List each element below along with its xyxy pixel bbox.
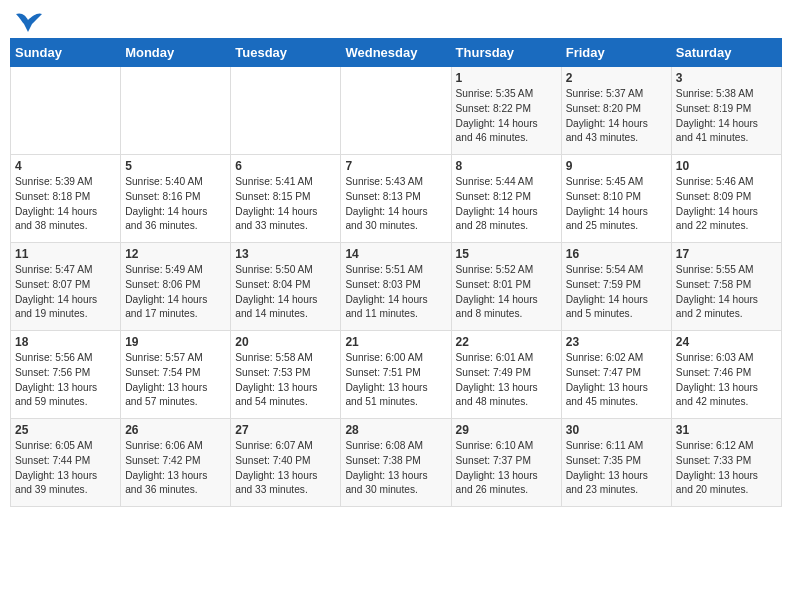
cell-info: Sunrise: 5:47 AM Sunset: 8:07 PM Dayligh… <box>15 263 116 322</box>
cell-date: 18 <box>15 335 116 349</box>
cell-date: 31 <box>676 423 777 437</box>
cell-date: 30 <box>566 423 667 437</box>
calendar-cell: 12Sunrise: 5:49 AM Sunset: 8:06 PM Dayli… <box>121 243 231 331</box>
calendar-cell: 29Sunrise: 6:10 AM Sunset: 7:37 PM Dayli… <box>451 419 561 507</box>
cell-date: 4 <box>15 159 116 173</box>
cell-date: 8 <box>456 159 557 173</box>
calendar-cell <box>121 67 231 155</box>
cell-info: Sunrise: 5:51 AM Sunset: 8:03 PM Dayligh… <box>345 263 446 322</box>
cell-info: Sunrise: 5:40 AM Sunset: 8:16 PM Dayligh… <box>125 175 226 234</box>
cell-date: 1 <box>456 71 557 85</box>
cell-date: 21 <box>345 335 446 349</box>
cell-info: Sunrise: 5:49 AM Sunset: 8:06 PM Dayligh… <box>125 263 226 322</box>
cell-info: Sunrise: 5:50 AM Sunset: 8:04 PM Dayligh… <box>235 263 336 322</box>
cell-date: 7 <box>345 159 446 173</box>
cell-info: Sunrise: 5:58 AM Sunset: 7:53 PM Dayligh… <box>235 351 336 410</box>
calendar-cell <box>231 67 341 155</box>
cell-info: Sunrise: 5:35 AM Sunset: 8:22 PM Dayligh… <box>456 87 557 146</box>
cell-date: 24 <box>676 335 777 349</box>
calendar-cell: 24Sunrise: 6:03 AM Sunset: 7:46 PM Dayli… <box>671 331 781 419</box>
week-row-5: 25Sunrise: 6:05 AM Sunset: 7:44 PM Dayli… <box>11 419 782 507</box>
cell-info: Sunrise: 6:08 AM Sunset: 7:38 PM Dayligh… <box>345 439 446 498</box>
calendar-cell: 10Sunrise: 5:46 AM Sunset: 8:09 PM Dayli… <box>671 155 781 243</box>
calendar-cell: 2Sunrise: 5:37 AM Sunset: 8:20 PM Daylig… <box>561 67 671 155</box>
calendar-cell: 25Sunrise: 6:05 AM Sunset: 7:44 PM Dayli… <box>11 419 121 507</box>
cell-date: 13 <box>235 247 336 261</box>
day-header-friday: Friday <box>561 39 671 67</box>
day-header-sunday: Sunday <box>11 39 121 67</box>
calendar-cell: 30Sunrise: 6:11 AM Sunset: 7:35 PM Dayli… <box>561 419 671 507</box>
week-row-3: 11Sunrise: 5:47 AM Sunset: 8:07 PM Dayli… <box>11 243 782 331</box>
cell-info: Sunrise: 5:37 AM Sunset: 8:20 PM Dayligh… <box>566 87 667 146</box>
cell-date: 11 <box>15 247 116 261</box>
cell-info: Sunrise: 6:02 AM Sunset: 7:47 PM Dayligh… <box>566 351 667 410</box>
week-row-1: 1Sunrise: 5:35 AM Sunset: 8:22 PM Daylig… <box>11 67 782 155</box>
cell-info: Sunrise: 6:10 AM Sunset: 7:37 PM Dayligh… <box>456 439 557 498</box>
calendar-cell: 27Sunrise: 6:07 AM Sunset: 7:40 PM Dayli… <box>231 419 341 507</box>
calendar-cell: 8Sunrise: 5:44 AM Sunset: 8:12 PM Daylig… <box>451 155 561 243</box>
cell-info: Sunrise: 6:06 AM Sunset: 7:42 PM Dayligh… <box>125 439 226 498</box>
cell-date: 29 <box>456 423 557 437</box>
calendar-cell: 20Sunrise: 5:58 AM Sunset: 7:53 PM Dayli… <box>231 331 341 419</box>
week-row-4: 18Sunrise: 5:56 AM Sunset: 7:56 PM Dayli… <box>11 331 782 419</box>
calendar-cell: 21Sunrise: 6:00 AM Sunset: 7:51 PM Dayli… <box>341 331 451 419</box>
cell-info: Sunrise: 5:44 AM Sunset: 8:12 PM Dayligh… <box>456 175 557 234</box>
cell-info: Sunrise: 6:07 AM Sunset: 7:40 PM Dayligh… <box>235 439 336 498</box>
day-header-wednesday: Wednesday <box>341 39 451 67</box>
calendar-cell: 22Sunrise: 6:01 AM Sunset: 7:49 PM Dayli… <box>451 331 561 419</box>
cell-date: 22 <box>456 335 557 349</box>
cell-info: Sunrise: 6:03 AM Sunset: 7:46 PM Dayligh… <box>676 351 777 410</box>
cell-info: Sunrise: 5:46 AM Sunset: 8:09 PM Dayligh… <box>676 175 777 234</box>
cell-date: 27 <box>235 423 336 437</box>
cell-date: 25 <box>15 423 116 437</box>
cell-date: 20 <box>235 335 336 349</box>
calendar-cell: 6Sunrise: 5:41 AM Sunset: 8:15 PM Daylig… <box>231 155 341 243</box>
logo <box>10 10 42 32</box>
cell-info: Sunrise: 6:12 AM Sunset: 7:33 PM Dayligh… <box>676 439 777 498</box>
calendar-cell: 15Sunrise: 5:52 AM Sunset: 8:01 PM Dayli… <box>451 243 561 331</box>
cell-date: 26 <box>125 423 226 437</box>
cell-date: 2 <box>566 71 667 85</box>
cell-date: 16 <box>566 247 667 261</box>
calendar-cell <box>341 67 451 155</box>
cell-info: Sunrise: 6:05 AM Sunset: 7:44 PM Dayligh… <box>15 439 116 498</box>
week-row-2: 4Sunrise: 5:39 AM Sunset: 8:18 PM Daylig… <box>11 155 782 243</box>
cell-date: 10 <box>676 159 777 173</box>
calendar-cell: 9Sunrise: 5:45 AM Sunset: 8:10 PM Daylig… <box>561 155 671 243</box>
calendar-cell: 4Sunrise: 5:39 AM Sunset: 8:18 PM Daylig… <box>11 155 121 243</box>
calendar-cell: 18Sunrise: 5:56 AM Sunset: 7:56 PM Dayli… <box>11 331 121 419</box>
calendar-cell: 5Sunrise: 5:40 AM Sunset: 8:16 PM Daylig… <box>121 155 231 243</box>
cell-info: Sunrise: 6:11 AM Sunset: 7:35 PM Dayligh… <box>566 439 667 498</box>
cell-info: Sunrise: 5:52 AM Sunset: 8:01 PM Dayligh… <box>456 263 557 322</box>
calendar-cell: 1Sunrise: 5:35 AM Sunset: 8:22 PM Daylig… <box>451 67 561 155</box>
header-row: SundayMondayTuesdayWednesdayThursdayFrid… <box>11 39 782 67</box>
cell-info: Sunrise: 5:57 AM Sunset: 7:54 PM Dayligh… <box>125 351 226 410</box>
calendar-table: SundayMondayTuesdayWednesdayThursdayFrid… <box>10 38 782 507</box>
calendar-cell: 26Sunrise: 6:06 AM Sunset: 7:42 PM Dayli… <box>121 419 231 507</box>
cell-info: Sunrise: 5:39 AM Sunset: 8:18 PM Dayligh… <box>15 175 116 234</box>
cell-date: 17 <box>676 247 777 261</box>
cell-info: Sunrise: 5:38 AM Sunset: 8:19 PM Dayligh… <box>676 87 777 146</box>
cell-info: Sunrise: 6:00 AM Sunset: 7:51 PM Dayligh… <box>345 351 446 410</box>
cell-date: 12 <box>125 247 226 261</box>
calendar-cell: 11Sunrise: 5:47 AM Sunset: 8:07 PM Dayli… <box>11 243 121 331</box>
day-header-thursday: Thursday <box>451 39 561 67</box>
cell-date: 6 <box>235 159 336 173</box>
cell-date: 9 <box>566 159 667 173</box>
cell-info: Sunrise: 5:55 AM Sunset: 7:58 PM Dayligh… <box>676 263 777 322</box>
cell-date: 19 <box>125 335 226 349</box>
cell-date: 28 <box>345 423 446 437</box>
cell-date: 14 <box>345 247 446 261</box>
cell-date: 23 <box>566 335 667 349</box>
calendar-cell: 31Sunrise: 6:12 AM Sunset: 7:33 PM Dayli… <box>671 419 781 507</box>
cell-info: Sunrise: 5:41 AM Sunset: 8:15 PM Dayligh… <box>235 175 336 234</box>
cell-info: Sunrise: 5:43 AM Sunset: 8:13 PM Dayligh… <box>345 175 446 234</box>
calendar-cell: 23Sunrise: 6:02 AM Sunset: 7:47 PM Dayli… <box>561 331 671 419</box>
day-header-monday: Monday <box>121 39 231 67</box>
cell-info: Sunrise: 5:56 AM Sunset: 7:56 PM Dayligh… <box>15 351 116 410</box>
calendar-cell: 16Sunrise: 5:54 AM Sunset: 7:59 PM Dayli… <box>561 243 671 331</box>
cell-date: 3 <box>676 71 777 85</box>
cell-date: 5 <box>125 159 226 173</box>
calendar-cell: 17Sunrise: 5:55 AM Sunset: 7:58 PM Dayli… <box>671 243 781 331</box>
calendar-cell: 19Sunrise: 5:57 AM Sunset: 7:54 PM Dayli… <box>121 331 231 419</box>
